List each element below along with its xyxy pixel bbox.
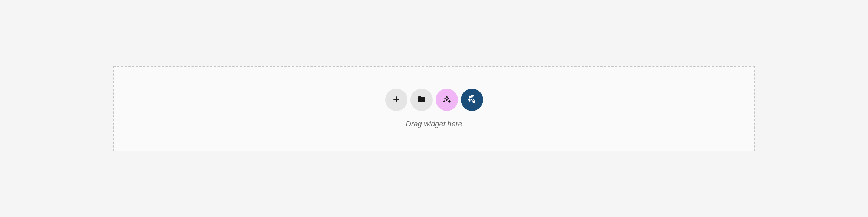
folder-icon	[417, 95, 426, 105]
joomla-icon	[468, 95, 476, 105]
add-button[interactable]	[385, 89, 407, 111]
action-button-row	[385, 89, 483, 111]
folder-button[interactable]	[410, 89, 433, 111]
sparkle-icon	[442, 95, 451, 105]
joomla-button[interactable]	[461, 89, 483, 111]
drop-zone-helper-text: Drag widget here	[406, 120, 462, 128]
ai-button[interactable]	[436, 89, 458, 111]
widget-drop-zone[interactable]: Drag widget here	[113, 66, 755, 151]
plus-icon	[392, 95, 401, 105]
